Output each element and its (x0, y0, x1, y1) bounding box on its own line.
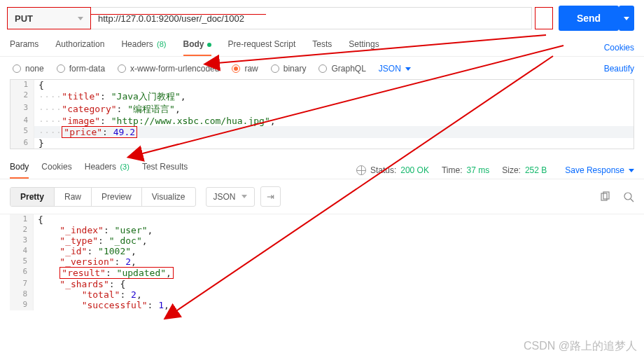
search-icon[interactable] (623, 191, 634, 202)
body-type-raw[interactable]: raw (232, 64, 258, 74)
send-button[interactable]: Send (559, 6, 619, 31)
send-dropdown[interactable] (619, 6, 634, 31)
status-label: Status: (370, 165, 396, 175)
response-tab-headers[interactable]: Headers (3) (85, 162, 130, 179)
url-input[interactable]: http://127.0.01:9200/user/_doc/1002 (91, 7, 532, 29)
tab-headers[interactable]: Headers (8) (121, 39, 166, 56)
response-tab-cookies[interactable]: Cookies (41, 162, 71, 179)
raw-format-dropdown[interactable]: JSON (379, 64, 411, 74)
radio-icon (232, 64, 240, 73)
view-preview[interactable]: Preview (92, 188, 142, 206)
body-type-binary[interactable]: binary (271, 64, 307, 74)
view-raw[interactable]: Raw (55, 188, 92, 206)
radio-icon (13, 64, 21, 73)
chevron-down-icon (405, 67, 411, 71)
response-format-dropdown[interactable]: JSON (206, 187, 255, 207)
request-body-editor[interactable]: 1{ 2····"title": "Java入门教程", 3····"categ… (10, 79, 634, 149)
view-visualize[interactable]: Visualize (142, 188, 195, 206)
globe-icon (356, 165, 366, 175)
highlight-box: "result": "updated", (59, 267, 174, 279)
body-type-xform[interactable]: x-www-form-urlencoded (118, 64, 219, 74)
wrap-lines-button[interactable]: ⇥ (260, 186, 281, 207)
radio-icon (271, 64, 279, 73)
response-tab-test-results[interactable]: Test Results (142, 162, 188, 179)
highlight-box: "price": 49.2 (62, 126, 137, 138)
tab-tests[interactable]: Tests (312, 39, 332, 56)
svg-line-3 (631, 199, 634, 202)
chevron-down-icon (78, 17, 83, 20)
radio-icon (118, 64, 126, 73)
tab-prerequest[interactable]: Pre-request Script (228, 39, 296, 56)
response-view-group: Pretty Raw Preview Visualize (10, 187, 196, 207)
time-label: Time: (442, 165, 463, 175)
chevron-down-icon (624, 17, 629, 20)
copy-icon[interactable] (599, 191, 610, 202)
method-value: PUT (15, 13, 33, 24)
tab-params[interactable]: Params (10, 39, 38, 56)
tab-body[interactable]: Body (183, 39, 211, 56)
chevron-down-icon (629, 169, 634, 172)
radio-icon (318, 64, 327, 73)
body-type-formdata[interactable]: form-data (57, 64, 105, 74)
size-label: Size: (502, 165, 521, 175)
svg-point-2 (624, 193, 631, 200)
modified-dot-icon (207, 43, 211, 47)
body-type-none[interactable]: none (13, 64, 44, 74)
save-button[interactable] (535, 7, 553, 29)
chevron-down-icon (241, 195, 247, 198)
response-body-editor[interactable]: 1{ 2 "_index": "user", 3 "_type": "_doc"… (10, 214, 634, 310)
method-dropdown[interactable]: PUT (7, 7, 91, 29)
save-response-dropdown[interactable]: Save Response (565, 165, 634, 175)
watermark: CSDN @路上的追梦人 (524, 339, 637, 354)
tab-authorization[interactable]: Authorization (55, 39, 104, 56)
body-type-graphql[interactable]: GraphQL (318, 64, 365, 74)
tab-settings[interactable]: Settings (349, 39, 379, 56)
beautify-link[interactable]: Beautify (604, 64, 634, 74)
time-value: 37 ms (467, 165, 490, 175)
size-value: 252 B (525, 165, 547, 175)
radio-icon (57, 64, 65, 73)
cookies-link[interactable]: Cookies (604, 43, 634, 53)
status-value: 200 OK (400, 165, 429, 175)
response-tab-body[interactable]: Body (10, 162, 29, 179)
view-pretty[interactable]: Pretty (10, 188, 55, 206)
